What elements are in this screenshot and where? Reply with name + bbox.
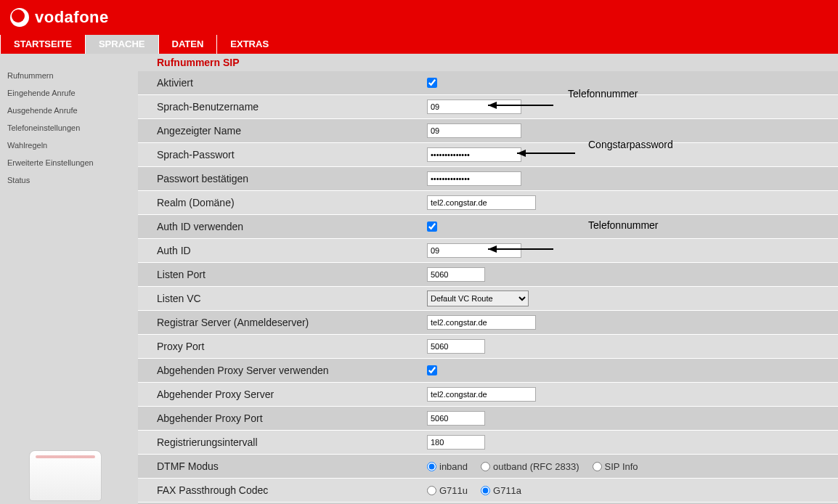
label-realm: Realm (Domäne) xyxy=(138,191,423,214)
input-proxy-port[interactable] xyxy=(427,339,485,354)
label-dtmf: DTMF Modus xyxy=(138,455,423,478)
radio-fax-g711u[interactable] xyxy=(427,486,436,495)
label-reg-interval: Registrierungsintervall xyxy=(138,431,423,454)
input-auth-id[interactable] xyxy=(427,243,521,258)
sidebar-item-wahlregeln[interactable]: Wahlregeln xyxy=(7,137,128,154)
label-sprach-passwort: Sprach-Passwort xyxy=(138,143,423,166)
sip-form: Aktiviert Sprach-Benutzername Telefonnum… xyxy=(138,71,838,504)
sidebar-item-eingehende[interactable]: Eingehende Anrufe xyxy=(7,84,128,102)
arrow-icon xyxy=(517,149,582,160)
input-sprach-passwort[interactable] xyxy=(427,147,521,162)
router-icon xyxy=(29,450,102,501)
label-aktiviert: Aktiviert xyxy=(138,71,423,94)
radio-fax-g711a[interactable] xyxy=(481,486,490,495)
label-auth-id: Auth ID xyxy=(138,239,423,262)
radio-label: SIP Info xyxy=(605,461,638,472)
sidebar-item-rufnummern[interactable]: Rufnummern xyxy=(7,67,128,84)
nav-sprache[interactable]: SPRACHE xyxy=(85,35,158,54)
annotation-tel2: Telefonnummer xyxy=(588,219,659,231)
radio-dtmf-inband[interactable] xyxy=(427,462,436,471)
input-registrar[interactable] xyxy=(427,315,536,330)
input-out-proxy-port[interactable] xyxy=(427,411,485,426)
input-reg-interval[interactable] xyxy=(427,435,485,450)
checkbox-out-proxy[interactable] xyxy=(427,365,437,375)
input-sprach-user[interactable] xyxy=(427,99,521,114)
label-fax: FAX Passthrough Codec xyxy=(138,479,423,502)
select-listen-vc[interactable]: Default VC Route xyxy=(427,290,529,306)
input-angezeigter-name[interactable] xyxy=(427,123,521,138)
brand-text: vodafone xyxy=(35,8,109,27)
checkbox-aktiviert[interactable] xyxy=(427,78,437,88)
input-listen-port[interactable] xyxy=(427,267,485,282)
sidebar-item-status[interactable]: Status xyxy=(7,171,128,189)
label-sprach-user: Sprach-Benutzername xyxy=(138,95,423,118)
sidebar-item-erweiterte[interactable]: Erweiterte Einstellungen xyxy=(7,154,128,171)
label-listen-vc: Listen VC xyxy=(138,287,423,310)
nav-startseite[interactable]: STARTSEITE xyxy=(0,35,85,54)
vodafone-icon xyxy=(10,8,29,27)
label-registrar: Registrar Server (Anmeldeserver) xyxy=(138,311,423,334)
label-out-proxy: Abgehender Proxy Server xyxy=(138,383,423,406)
label-out-proxy-use: Abgehenden Proxy Server verwenden xyxy=(138,359,423,382)
radio-dtmf-outband[interactable] xyxy=(481,462,490,471)
sidebar-item-telefoneinstellungen[interactable]: Telefoneinstellungen xyxy=(7,119,128,137)
main-nav: STARTSEITE SPRACHE DATEN EXTRAS xyxy=(0,35,838,54)
radio-label: G711u xyxy=(439,485,468,496)
nav-daten[interactable]: DATEN xyxy=(158,35,217,54)
radio-dtmf-sipinfo[interactable] xyxy=(593,462,602,471)
label-passwort-best: Passwort bestätigen xyxy=(138,167,423,190)
brand-logo: vodafone xyxy=(10,8,109,27)
radio-label: outband (RFC 2833) xyxy=(493,461,579,472)
device-image: DSL-EasyBox 803 A xyxy=(29,450,109,504)
label-listen-port: Listen Port xyxy=(138,263,423,286)
input-realm[interactable] xyxy=(427,195,536,210)
label-angezeigter-name: Angezeigter Name xyxy=(138,119,423,142)
label-out-proxy-port: Abgehender Proxy Port xyxy=(138,407,423,430)
checkbox-auth-id[interactable] xyxy=(427,221,437,232)
sidebar: Rufnummern Eingehende Anrufe Ausgehende … xyxy=(0,54,138,504)
sidebar-item-ausgehende[interactable]: Ausgehende Anrufe xyxy=(7,102,128,119)
radio-label: G711a xyxy=(493,485,521,496)
main-content: Rufnummern SIP Aktiviert Sprach-Benutzer… xyxy=(138,54,838,504)
radio-label: inband xyxy=(439,461,468,472)
page-title: Rufnummern SIP xyxy=(138,54,838,71)
nav-extras[interactable]: EXTRAS xyxy=(216,35,282,54)
input-passwort-best[interactable] xyxy=(427,171,521,186)
label-proxy-port: Proxy Port xyxy=(138,335,423,358)
input-out-proxy[interactable] xyxy=(427,387,536,402)
header: vodafone xyxy=(0,0,838,35)
label-auth-id-use: Auth ID verwenden xyxy=(138,215,423,238)
